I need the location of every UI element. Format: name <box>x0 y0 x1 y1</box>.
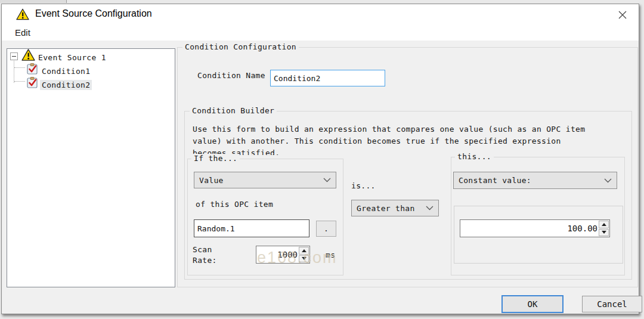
comparison-type-dropdown[interactable]: Constant value: <box>453 172 617 189</box>
if-the-legend: If the... <box>191 154 240 163</box>
tree-item-condition2[interactable]: Condition2 <box>40 80 92 90</box>
opc-item-label: of this OPC item <box>196 200 273 209</box>
operator-dropdown[interactable]: Greater than <box>351 200 439 216</box>
condition-builder-legend: Condition Builder <box>190 106 277 115</box>
tree-item-event-source-1[interactable]: Event Source 1 <box>36 52 108 63</box>
spin-down-button[interactable] <box>599 229 609 237</box>
spin-up-button[interactable] <box>599 221 609 228</box>
constant-value-spinbox <box>460 219 610 237</box>
builder-description-line3: becomes satisfied. <box>193 147 617 155</box>
tree-connector <box>14 81 25 82</box>
ok-button[interactable]: OK <box>501 295 564 313</box>
opc-item-input[interactable] <box>194 219 309 237</box>
value-type-dropdown[interactable]: Value <box>194 172 336 188</box>
title-bar: Event Source Configuration <box>2 4 639 24</box>
builder-description-line2: value) with another. This condition beco… <box>193 135 617 147</box>
warning-icon <box>21 49 35 61</box>
arrow-up-icon <box>602 223 606 226</box>
tree-item-condition1[interactable]: Condition1 <box>40 66 92 76</box>
builder-description-line1: Use this form to build an expression tha… <box>193 123 617 135</box>
condition-icon <box>27 77 38 88</box>
arrow-down-icon <box>602 231 606 234</box>
close-button[interactable] <box>614 8 631 22</box>
background-window-edge <box>0 0 67 3</box>
is-label: is... <box>351 181 376 190</box>
chevron-down-icon <box>323 178 331 182</box>
cancel-button[interactable]: Cancel <box>582 296 642 312</box>
condition-icon <box>27 63 38 75</box>
condition-name-input[interactable] <box>270 70 385 86</box>
chevron-down-icon <box>604 178 612 183</box>
builder-description: Use this form to build an expression tha… <box>193 123 617 155</box>
constant-value-input[interactable] <box>460 220 597 237</box>
menu-bar: Edit <box>2 24 639 41</box>
window-title: Event Source Configuration <box>35 8 152 19</box>
chevron-down-icon <box>426 206 434 210</box>
warning-icon <box>16 8 29 20</box>
scan-rate-label: Scan Rate: <box>193 244 217 266</box>
tree-connector <box>14 67 25 68</box>
condition-name-label: Condition Name <box>197 71 265 80</box>
watermark: e168.com <box>257 249 338 267</box>
menu-edit[interactable]: Edit <box>13 27 33 38</box>
browse-opc-item-button[interactable]: . <box>316 221 336 237</box>
close-icon <box>618 10 627 20</box>
event-source-configuration-dialog: Event Source Configuration Edit Event So… <box>1 4 639 314</box>
tree-connector <box>14 61 14 83</box>
condition-configuration-legend: Condition Configuration <box>182 42 299 51</box>
this-legend: this... <box>455 152 494 161</box>
tree-expander-icon[interactable] <box>10 52 18 60</box>
